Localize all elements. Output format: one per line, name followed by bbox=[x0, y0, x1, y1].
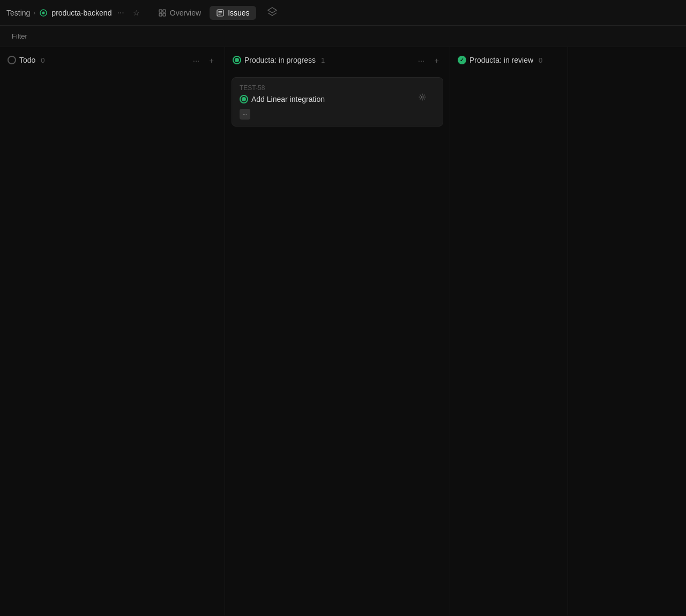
overview-icon bbox=[158, 9, 167, 17]
project-name: producta-backend bbox=[51, 9, 111, 17]
layers-icon[interactable] bbox=[263, 4, 282, 21]
issue-avatar[interactable]: ··· bbox=[240, 109, 250, 120]
column-todo-body bbox=[0, 73, 225, 615]
status-todo-icon bbox=[8, 56, 16, 64]
status-in-progress-icon bbox=[233, 56, 241, 64]
column-todo-add[interactable]: + bbox=[206, 55, 217, 65]
tab-overview-label: Overview bbox=[170, 9, 201, 17]
tab-issues-label: Issues bbox=[228, 9, 249, 17]
workspace-link[interactable]: Testing bbox=[6, 9, 30, 17]
column-in-review-body bbox=[450, 73, 568, 615]
issue-status-icon bbox=[240, 95, 248, 103]
svg-rect-2 bbox=[159, 10, 162, 12]
issue-card-inner: TEST-58 Add Linear integration ··· bbox=[240, 84, 435, 120]
column-in-progress-label: Producta: in progress bbox=[244, 56, 316, 64]
filter-bar: Filter bbox=[0, 26, 686, 47]
column-todo-title: Todo 0 bbox=[8, 56, 187, 64]
svg-rect-5 bbox=[163, 13, 166, 16]
issue-title-row: Add Linear integration bbox=[240, 95, 435, 103]
column-todo-label: Todo bbox=[19, 56, 35, 64]
issue-card-test58[interactable]: TEST-58 Add Linear integration ··· bbox=[232, 77, 443, 127]
column-in-progress-title: Producta: in progress 1 bbox=[233, 56, 412, 64]
issues-icon bbox=[216, 9, 225, 17]
column-todo: Todo 0 ··· + bbox=[0, 47, 225, 615]
filter-button[interactable]: Filter bbox=[8, 31, 32, 42]
project-icon bbox=[39, 8, 48, 18]
favorite-button[interactable]: ☆ bbox=[130, 8, 143, 18]
column-in-review: Producta: in review 0 bbox=[450, 47, 568, 615]
svg-rect-3 bbox=[163, 10, 166, 12]
project-link[interactable]: producta-backend bbox=[39, 8, 111, 18]
column-in-progress-add[interactable]: + bbox=[431, 55, 442, 65]
issue-footer: ··· bbox=[240, 109, 435, 120]
column-in-progress-body: TEST-58 Add Linear integration ··· bbox=[225, 73, 450, 615]
issue-board: Todo 0 ··· + Producta: in progress 1 ···… bbox=[0, 47, 686, 615]
breadcrumb: Testing › producta-backend bbox=[6, 8, 111, 18]
column-todo-count: 0 bbox=[41, 56, 44, 64]
column-todo-header: Todo 0 ··· + bbox=[0, 47, 225, 73]
tab-overview[interactable]: Overview bbox=[152, 6, 207, 20]
nav-tabs: Overview Issues bbox=[152, 6, 256, 20]
issue-title: Add Linear integration bbox=[251, 95, 325, 103]
column-in-progress-more[interactable]: ··· bbox=[415, 55, 428, 65]
column-todo-more[interactable]: ··· bbox=[190, 55, 203, 65]
svg-rect-4 bbox=[159, 13, 162, 16]
column-in-review-count: 0 bbox=[539, 56, 542, 64]
column-in-progress-count: 1 bbox=[321, 56, 325, 64]
project-more-options[interactable]: ··· bbox=[114, 7, 127, 19]
issue-gear-button[interactable] bbox=[416, 91, 429, 103]
svg-marker-10 bbox=[268, 8, 277, 13]
status-in-review-icon bbox=[458, 56, 466, 64]
column-in-progress-actions: ··· + bbox=[415, 55, 442, 65]
issue-id: TEST-58 bbox=[240, 84, 435, 92]
tab-issues[interactable]: Issues bbox=[210, 6, 256, 20]
top-navigation: Testing › producta-backend ··· ☆ bbox=[0, 0, 686, 26]
column-in-progress-header: Producta: in progress 1 ··· + bbox=[225, 47, 450, 73]
column-in-review-title: Producta: in review 0 bbox=[458, 56, 560, 64]
column-todo-actions: ··· + bbox=[190, 55, 217, 65]
breadcrumb-separator: › bbox=[33, 9, 35, 17]
column-in-progress: Producta: in progress 1 ··· + TEST-58 Ad… bbox=[225, 47, 450, 615]
svg-point-1 bbox=[42, 11, 45, 14]
column-in-review-label: Producta: in review bbox=[469, 56, 533, 64]
column-in-review-header: Producta: in review 0 bbox=[450, 47, 568, 73]
svg-point-11 bbox=[421, 96, 423, 98]
